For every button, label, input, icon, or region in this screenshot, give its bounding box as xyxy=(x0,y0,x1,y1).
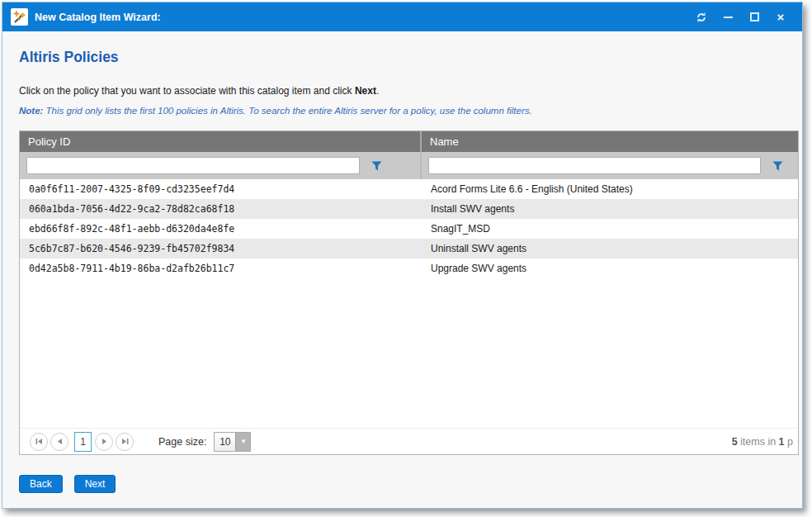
column-header-policy-id[interactable]: Policy ID xyxy=(20,131,422,152)
policy-id-filter-cell xyxy=(20,152,422,179)
items-count: 5 xyxy=(732,436,738,448)
policy-id-cell: 0a0f6f11-2007-4325-8f09-cd3235eef7d4 xyxy=(20,179,422,199)
pages-count: 1 xyxy=(779,436,785,448)
policy-id-cell: 5c6b7c87-b620-4546-9239-fb45702f9834 xyxy=(20,239,422,258)
page-size-dropdown[interactable]: 10 ▼ xyxy=(214,432,251,452)
wizard-content: Altiris Policies Click on the policy tha… xyxy=(2,31,802,508)
instruction-text: Click on the policy that you want to ass… xyxy=(19,85,799,97)
table-row[interactable]: 0d42a5b8-7911-4b19-86ba-d2afb26b11c7Upgr… xyxy=(20,258,798,278)
note-label: Note: xyxy=(19,106,43,116)
previous-page-button[interactable] xyxy=(50,433,68,451)
policy-id-cell: ebd66f8f-892c-48f1-aebb-d6320da4e8fe xyxy=(20,219,422,239)
name-cell: Install SWV agents xyxy=(422,199,798,219)
name-filter-icon[interactable] xyxy=(772,161,783,171)
wizard-window: New Catalog Item Wizard: × Altiris Polic… xyxy=(2,2,803,509)
policies-grid: Policy ID Name xyxy=(19,130,799,455)
pager: 1 Page size: 10 ▼ 5 items i xyxy=(20,428,798,454)
page-size-label: Page size: xyxy=(158,436,206,448)
back-button[interactable]: Back xyxy=(19,475,63,493)
instruction-prefix: Click on the policy that you want to ass… xyxy=(19,85,355,97)
dropdown-arrow-icon: ▼ xyxy=(235,433,250,451)
name-cell: SnagIT_MSD xyxy=(422,219,798,239)
note-body: This grid only lists the first 100 polic… xyxy=(43,106,531,116)
minimize-icon[interactable] xyxy=(715,7,741,27)
policy-id-filter-icon[interactable] xyxy=(371,161,382,171)
table-row[interactable]: 060a1bda-7056-4d22-9ca2-78d82ca68f18Inst… xyxy=(20,199,798,219)
instruction-next-emphasis: Next xyxy=(355,85,376,97)
items-summary: 5 items in 1 p xyxy=(732,436,793,448)
name-filter-cell xyxy=(422,152,798,179)
column-header-name[interactable]: Name xyxy=(422,131,798,152)
policy-id-cell: 060a1bda-7056-4d22-9ca2-78d82ca68f18 xyxy=(20,199,422,219)
items-summary-text: items in xyxy=(738,436,779,448)
wizard-footer: Back Next xyxy=(19,475,799,493)
next-page-button[interactable] xyxy=(95,433,113,451)
titlebar: New Catalog Item Wizard: × xyxy=(2,2,802,31)
grid-header: Policy ID Name xyxy=(20,131,798,152)
current-page-indicator[interactable]: 1 xyxy=(74,432,92,452)
close-icon[interactable]: × xyxy=(767,7,794,27)
window-controls: × xyxy=(688,7,794,27)
filter-row xyxy=(20,152,798,179)
first-page-button[interactable] xyxy=(30,433,48,451)
wizard-app-icon xyxy=(11,8,28,26)
next-button[interactable]: Next xyxy=(74,475,116,493)
name-cell: Acord Forms Lite 6.6 - English (United S… xyxy=(422,179,798,199)
table-row[interactable]: ebd66f8f-892c-48f1-aebb-d6320da4e8feSnag… xyxy=(20,219,798,239)
name-cell: Upgrade SWV agents xyxy=(422,258,798,278)
instruction-suffix: . xyxy=(376,85,379,97)
table-row[interactable]: 0a0f6f11-2007-4325-8f09-cd3235eef7d4Acor… xyxy=(20,179,798,199)
note-text: Note: This grid only lists the first 100… xyxy=(19,106,799,116)
policy-id-filter-input[interactable] xyxy=(26,157,360,174)
last-page-button[interactable] xyxy=(116,433,134,451)
grid-rows: 0a0f6f11-2007-4325-8f09-cd3235eef7d4Acor… xyxy=(20,179,798,428)
table-row[interactable]: 5c6b7c87-b620-4546-9239-fb45702f9834Unin… xyxy=(20,239,798,258)
name-filter-input[interactable] xyxy=(428,157,761,174)
page-title: Altiris Policies xyxy=(19,49,799,66)
items-summary-tail: p xyxy=(785,436,793,448)
refresh-icon[interactable] xyxy=(688,7,715,27)
window-title: New Catalog Item Wizard: xyxy=(35,12,161,23)
page-size-value: 10 xyxy=(215,433,235,451)
maximize-icon[interactable] xyxy=(741,7,767,27)
policy-id-cell: 0d42a5b8-7911-4b19-86ba-d2afb26b11c7 xyxy=(20,258,422,278)
name-cell: Uninstall SWV agents xyxy=(422,239,798,258)
